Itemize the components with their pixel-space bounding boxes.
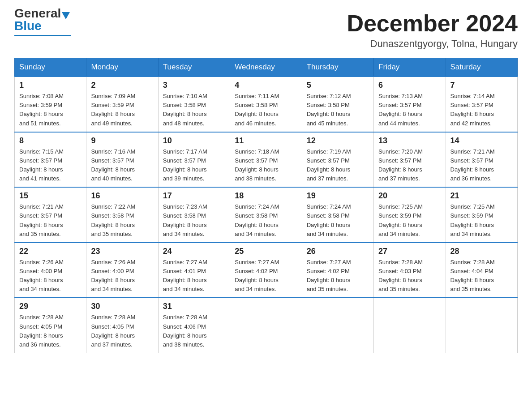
calendar-cell: 6 Sunrise: 7:13 AM Sunset: 3:57 PM Dayli…	[374, 77, 446, 132]
day-info: Sunrise: 7:28 AM Sunset: 4:03 PM Dayligh…	[378, 258, 441, 294]
day-number: 31	[163, 302, 225, 311]
calendar-cell: 29 Sunrise: 7:28 AM Sunset: 4:05 PM Dayl…	[15, 298, 86, 353]
day-info: Sunrise: 7:12 AM Sunset: 3:58 PM Dayligh…	[307, 92, 369, 128]
day-info: Sunrise: 7:28 AM Sunset: 4:06 PM Dayligh…	[163, 313, 225, 349]
day-info: Sunrise: 7:21 AM Sunset: 3:57 PM Dayligh…	[19, 202, 82, 239]
calendar-cell: 12 Sunrise: 7:19 AM Sunset: 3:57 PM Dayl…	[302, 132, 373, 188]
day-info: Sunrise: 7:11 AM Sunset: 3:58 PM Dayligh…	[235, 92, 297, 128]
day-info: Sunrise: 7:18 AM Sunset: 3:57 PM Dayligh…	[235, 147, 297, 184]
day-number: 5	[307, 81, 369, 90]
week-row-1: 1 Sunrise: 7:08 AM Sunset: 3:59 PM Dayli…	[15, 77, 518, 132]
day-info: Sunrise: 7:19 AM Sunset: 3:57 PM Dayligh…	[307, 147, 369, 184]
day-info: Sunrise: 7:17 AM Sunset: 3:57 PM Dayligh…	[163, 147, 225, 184]
calendar-cell: 19 Sunrise: 7:24 AM Sunset: 3:58 PM Dayl…	[302, 187, 373, 243]
day-info: Sunrise: 7:26 AM Sunset: 4:00 PM Dayligh…	[91, 258, 153, 294]
calendar-cell: 26 Sunrise: 7:27 AM Sunset: 4:02 PM Dayl…	[302, 243, 373, 298]
day-number: 23	[91, 247, 153, 256]
day-number: 18	[235, 191, 297, 201]
day-info: Sunrise: 7:21 AM Sunset: 3:57 PM Dayligh…	[450, 147, 513, 184]
day-number: 27	[378, 247, 441, 256]
day-number: 17	[163, 191, 225, 201]
logo-arrow-icon	[62, 12, 70, 19]
logo-blue-text: Blue	[14, 19, 42, 33]
day-number: 14	[450, 136, 513, 146]
calendar-cell: 24 Sunrise: 7:27 AM Sunset: 4:01 PM Dayl…	[158, 243, 230, 298]
day-number: 6	[378, 81, 441, 90]
calendar-cell: 16 Sunrise: 7:22 AM Sunset: 3:58 PM Dayl…	[86, 187, 158, 243]
day-number: 25	[235, 247, 297, 256]
calendar-cell	[446, 298, 517, 353]
calendar-cell: 1 Sunrise: 7:08 AM Sunset: 3:59 PM Dayli…	[15, 77, 86, 132]
day-number: 15	[19, 191, 82, 201]
day-number: 24	[163, 247, 225, 256]
day-number: 29	[19, 302, 82, 311]
header-monday: Monday	[86, 58, 158, 77]
calendar-cell: 2 Sunrise: 7:09 AM Sunset: 3:59 PM Dayli…	[86, 77, 158, 132]
day-number: 28	[450, 247, 513, 256]
calendar-cell	[374, 298, 446, 353]
day-info: Sunrise: 7:16 AM Sunset: 3:57 PM Dayligh…	[91, 147, 153, 184]
calendar-cell: 27 Sunrise: 7:28 AM Sunset: 4:03 PM Dayl…	[374, 243, 446, 298]
day-info: Sunrise: 7:13 AM Sunset: 3:57 PM Dayligh…	[378, 92, 441, 128]
calendar-cell: 30 Sunrise: 7:28 AM Sunset: 4:05 PM Dayl…	[86, 298, 158, 353]
day-info: Sunrise: 7:08 AM Sunset: 3:59 PM Dayligh…	[19, 92, 82, 128]
day-info: Sunrise: 7:26 AM Sunset: 4:00 PM Dayligh…	[19, 258, 82, 294]
calendar-cell: 13 Sunrise: 7:20 AM Sunset: 3:57 PM Dayl…	[374, 132, 446, 188]
month-title: December 2024	[347, 11, 518, 36]
day-number: 12	[307, 136, 369, 146]
calendar-cell: 8 Sunrise: 7:15 AM Sunset: 3:57 PM Dayli…	[15, 132, 86, 188]
week-row-4: 22 Sunrise: 7:26 AM Sunset: 4:00 PM Dayl…	[15, 243, 518, 298]
day-number: 22	[19, 247, 82, 256]
day-info: Sunrise: 7:10 AM Sunset: 3:58 PM Dayligh…	[163, 92, 225, 128]
day-info: Sunrise: 7:15 AM Sunset: 3:57 PM Dayligh…	[19, 147, 82, 184]
location-title: Dunaszentgyorgy, Tolna, Hungary	[347, 38, 518, 50]
calendar-cell: 28 Sunrise: 7:28 AM Sunset: 4:04 PM Dayl…	[446, 243, 517, 298]
calendar-cell: 20 Sunrise: 7:25 AM Sunset: 3:59 PM Dayl…	[374, 187, 446, 243]
calendar-cell: 23 Sunrise: 7:26 AM Sunset: 4:00 PM Dayl…	[86, 243, 158, 298]
day-number: 1	[19, 81, 82, 90]
day-info: Sunrise: 7:24 AM Sunset: 3:58 PM Dayligh…	[307, 202, 369, 239]
calendar-cell: 9 Sunrise: 7:16 AM Sunset: 3:57 PM Dayli…	[86, 132, 158, 188]
calendar-cell: 15 Sunrise: 7:21 AM Sunset: 3:57 PM Dayl…	[15, 187, 86, 243]
day-number: 2	[91, 81, 153, 90]
day-number: 3	[163, 81, 225, 90]
day-number: 9	[91, 136, 153, 146]
header-wednesday: Wednesday	[230, 58, 302, 77]
day-number: 7	[450, 81, 513, 90]
calendar-cell: 31 Sunrise: 7:28 AM Sunset: 4:06 PM Dayl…	[158, 298, 230, 353]
calendar-cell: 17 Sunrise: 7:23 AM Sunset: 3:58 PM Dayl…	[158, 187, 230, 243]
day-info: Sunrise: 7:25 AM Sunset: 3:59 PM Dayligh…	[378, 202, 441, 239]
day-number: 21	[450, 191, 513, 201]
calendar-cell: 25 Sunrise: 7:27 AM Sunset: 4:02 PM Dayl…	[230, 243, 302, 298]
day-info: Sunrise: 7:23 AM Sunset: 3:58 PM Dayligh…	[163, 202, 225, 239]
header-sunday: Sunday	[15, 58, 86, 77]
day-number: 26	[307, 247, 369, 256]
calendar-cell: 3 Sunrise: 7:10 AM Sunset: 3:58 PM Dayli…	[158, 77, 230, 132]
week-row-3: 15 Sunrise: 7:21 AM Sunset: 3:57 PM Dayl…	[15, 187, 518, 243]
day-number: 11	[235, 136, 297, 146]
day-info: Sunrise: 7:25 AM Sunset: 3:59 PM Dayligh…	[450, 202, 513, 239]
title-area: December 2024 Dunaszentgyorgy, Tolna, Hu…	[347, 11, 518, 50]
weekday-header-row: Sunday Monday Tuesday Wednesday Thursday…	[15, 58, 518, 77]
week-row-5: 29 Sunrise: 7:28 AM Sunset: 4:05 PM Dayl…	[15, 298, 518, 353]
calendar-cell: 14 Sunrise: 7:21 AM Sunset: 3:57 PM Dayl…	[446, 132, 517, 188]
calendar-cell: 7 Sunrise: 7:14 AM Sunset: 3:57 PM Dayli…	[446, 77, 517, 132]
day-number: 19	[307, 191, 369, 201]
calendar-cell	[230, 298, 302, 353]
calendar-cell: 5 Sunrise: 7:12 AM Sunset: 3:58 PM Dayli…	[302, 77, 373, 132]
day-number: 8	[19, 136, 82, 146]
day-info: Sunrise: 7:27 AM Sunset: 4:02 PM Dayligh…	[235, 258, 297, 294]
day-number: 13	[378, 136, 441, 146]
week-row-2: 8 Sunrise: 7:15 AM Sunset: 3:57 PM Dayli…	[15, 132, 518, 188]
day-info: Sunrise: 7:27 AM Sunset: 4:01 PM Dayligh…	[163, 258, 225, 294]
header-saturday: Saturday	[446, 58, 517, 77]
day-info: Sunrise: 7:28 AM Sunset: 4:05 PM Dayligh…	[91, 313, 153, 349]
day-info: Sunrise: 7:27 AM Sunset: 4:02 PM Dayligh…	[307, 258, 369, 294]
day-number: 16	[91, 191, 153, 201]
page-header: General General Blue December 2024 Dunas…	[14, 11, 518, 50]
day-info: Sunrise: 7:28 AM Sunset: 4:05 PM Dayligh…	[19, 313, 82, 349]
calendar-table: Sunday Monday Tuesday Wednesday Thursday…	[14, 58, 518, 353]
logo-line	[14, 35, 71, 36]
day-number: 30	[91, 302, 153, 311]
day-info: Sunrise: 7:22 AM Sunset: 3:58 PM Dayligh…	[91, 202, 153, 239]
